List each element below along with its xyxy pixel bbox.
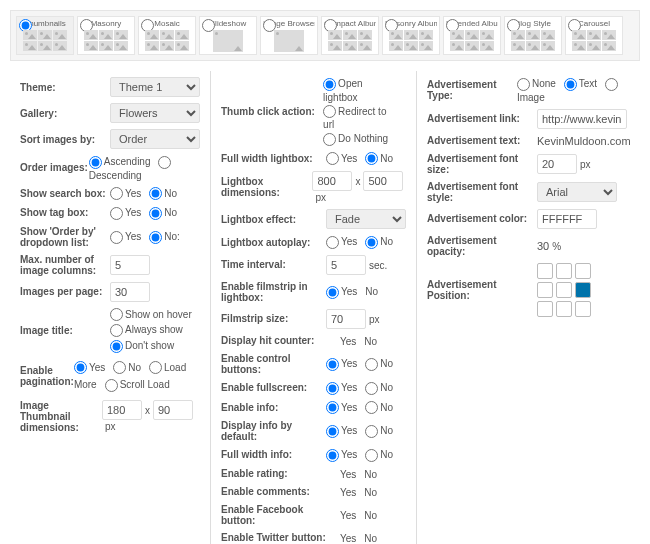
info-no-text: No xyxy=(380,402,393,413)
auto-no-radio[interactable] xyxy=(365,236,378,249)
hit-label: Display hit counter: xyxy=(221,335,326,346)
ctrl-yes-text: Yes xyxy=(341,358,357,369)
gallery-type-mosaic[interactable]: Mosaic xyxy=(138,16,196,55)
position-grid xyxy=(537,263,591,317)
adtype-label: Advertisement Type: xyxy=(427,79,517,101)
gallery-select[interactable]: Flowers xyxy=(110,103,200,123)
pag-no-radio[interactable] xyxy=(113,361,126,374)
order-asc-radio[interactable] xyxy=(89,156,102,169)
pos-tr[interactable] xyxy=(575,263,591,279)
fwl-yes-radio[interactable] xyxy=(326,152,339,165)
adtype-text-radio[interactable] xyxy=(564,78,577,91)
pos-br[interactable] xyxy=(575,301,591,317)
fwl-no-radio[interactable] xyxy=(365,152,378,165)
pag-loadmore-radio[interactable] xyxy=(149,361,162,374)
adcolor-input[interactable] xyxy=(537,209,597,229)
pos-ml[interactable] xyxy=(537,282,553,298)
orderby-yes-text: Yes xyxy=(125,231,141,242)
ctrl-yes-radio[interactable] xyxy=(326,358,339,371)
theme-select[interactable]: Theme 1 xyxy=(110,77,200,97)
thdim-w-input[interactable] xyxy=(102,400,142,420)
pos-mc[interactable] xyxy=(556,282,572,298)
px-unit: px xyxy=(105,421,116,432)
ctrl-no-radio[interactable] xyxy=(365,358,378,371)
fb-yes-text: Yes xyxy=(340,510,356,521)
pag-scroll-text: Scroll Load xyxy=(120,379,170,390)
info-no-radio[interactable] xyxy=(365,401,378,414)
infodef-yes-radio[interactable] xyxy=(326,425,339,438)
info-yes-radio[interactable] xyxy=(326,401,339,414)
gallery-type-compact-album[interactable]: Compact Album xyxy=(321,16,379,55)
fwi-no-radio[interactable] xyxy=(365,449,378,462)
search-no-radio[interactable] xyxy=(149,187,162,200)
interval-input[interactable] xyxy=(326,255,366,275)
film-yes-text: Yes xyxy=(341,286,357,297)
pag-yes-text: Yes xyxy=(89,362,105,373)
click-open-radio[interactable] xyxy=(323,78,336,91)
thdim-label: Image Thumbnail dimensions: xyxy=(20,400,102,433)
ldim-w-input[interactable] xyxy=(312,171,352,191)
adcolor-label: Advertisement color: xyxy=(427,213,537,224)
ctrl-label: Enable control buttons: xyxy=(221,353,326,375)
pag-yes-radio[interactable] xyxy=(74,361,87,374)
pag-scroll-radio[interactable] xyxy=(105,379,118,392)
pos-bc[interactable] xyxy=(556,301,572,317)
gallery-type-masonry-album[interactable]: Masonry Album xyxy=(382,16,440,55)
fsize-input[interactable] xyxy=(326,309,366,329)
ldim-h-input[interactable] xyxy=(363,171,403,191)
title-hover-radio[interactable] xyxy=(110,308,123,321)
adopac-pct: % xyxy=(552,241,561,252)
effect-select[interactable]: Fade xyxy=(326,209,406,229)
pos-tc[interactable] xyxy=(556,263,572,279)
comm-no-text: No xyxy=(364,487,377,498)
adsize-px: px xyxy=(580,159,591,170)
gallery-label: Gallery: xyxy=(20,108,110,119)
gallery-type-slideshow[interactable]: Slideshow xyxy=(199,16,257,55)
click-redir-radio[interactable] xyxy=(323,105,336,118)
pos-bl[interactable] xyxy=(537,301,553,317)
pos-mr[interactable] xyxy=(575,282,591,298)
maxcol-label: Max. number of image columns: xyxy=(20,254,110,276)
click-nothing-radio[interactable] xyxy=(323,133,336,146)
search-yes-radio[interactable] xyxy=(110,187,123,200)
maxcol-input[interactable] xyxy=(110,255,150,275)
adpos-label: Advertisement Position: xyxy=(427,279,537,301)
sort-select[interactable]: Order xyxy=(110,129,200,149)
fwi-yes-radio[interactable] xyxy=(326,449,339,462)
film-label: Enable filmstrip in lightbox: xyxy=(221,281,326,303)
gallery-type-extended-album[interactable]: Extended Album xyxy=(443,16,501,55)
gallery-type-masonry[interactable]: Masonry xyxy=(77,16,135,55)
tag-no-radio[interactable] xyxy=(149,207,162,220)
gallery-type-carousel[interactable]: Carousel xyxy=(565,16,623,55)
gallery-type-thumbnails[interactable]: Thumbnails xyxy=(16,16,74,55)
tag-no-text: No xyxy=(164,207,177,218)
pos-tl[interactable] xyxy=(537,263,553,279)
gallery-type-image-browser[interactable]: Image Browser xyxy=(260,16,318,55)
adtype-none-text: None xyxy=(532,78,556,89)
adstyle-select[interactable]: Arial xyxy=(537,182,617,202)
fs-no-radio[interactable] xyxy=(365,382,378,395)
title-dont-radio[interactable] xyxy=(110,340,123,353)
adtype-image-radio[interactable] xyxy=(605,78,618,91)
adtype-none-radio[interactable] xyxy=(517,78,530,91)
orderby-no-radio[interactable] xyxy=(149,231,162,244)
film-no-text: No xyxy=(365,286,378,297)
fs-yes-radio[interactable] xyxy=(326,382,339,395)
column-advertisement: Advertisement Type:NoneTextImage Adverti… xyxy=(416,71,641,544)
tag-yes-radio[interactable] xyxy=(110,207,123,220)
thdim-h-input[interactable] xyxy=(153,400,193,420)
gallery-type-blog-style[interactable]: Blog Style xyxy=(504,16,562,55)
title-always-radio[interactable] xyxy=(110,324,123,337)
auto-yes-radio[interactable] xyxy=(326,236,339,249)
infodef-no-radio[interactable] xyxy=(365,425,378,438)
adsize-input[interactable] xyxy=(537,154,577,174)
order-desc-radio[interactable] xyxy=(158,156,171,169)
ldim-label: Lightbox dimensions: xyxy=(221,176,312,198)
adlink-input[interactable] xyxy=(537,109,627,129)
film-yes-radio[interactable] xyxy=(326,286,339,299)
orderby-yes-radio[interactable] xyxy=(110,231,123,244)
title-hover-text: Show on hover xyxy=(125,309,192,320)
orderby-label: Show 'Order by' dropdown list: xyxy=(20,226,110,248)
ctrl-no-text: No xyxy=(380,358,393,369)
perpage-input[interactable] xyxy=(110,282,150,302)
